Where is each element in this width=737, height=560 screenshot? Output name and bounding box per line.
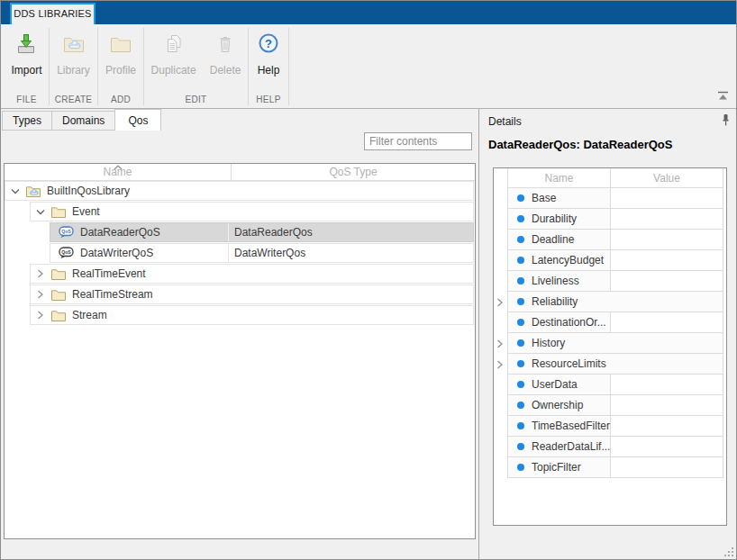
tree-item-type: DataWriterQos [228,244,473,262]
folder-icon [51,310,66,321]
ribbon-tab-dds-libraries[interactable]: DDS LIBRARIES [10,3,96,24]
policy-row-ownership[interactable]: Ownership [508,395,723,416]
svg-text:QoS: QoS [61,229,71,234]
pin-button[interactable] [722,113,730,130]
policy-value[interactable] [611,271,723,291]
import-button[interactable]: Import [11,24,41,95]
toolstrip-group-edit: Duplicate Delete [144,24,248,108]
policy-table-header: Name Value [508,168,723,188]
policy-row-destinationorder[interactable]: DestinationOr... [508,312,723,333]
profile-label: Profile [105,64,136,77]
policy-row-latencybudget[interactable]: LatencyBudget [508,250,723,271]
tree-item-label: Stream [72,309,107,321]
tree-table-header: Name QoS Type [5,164,475,181]
policy-row-liveliness[interactable]: Liveliness [508,271,723,292]
selected-item-title: DataReaderQos: DataReaderQoS [488,138,672,151]
chevron-down-icon[interactable] [35,208,46,216]
policy-value[interactable] [611,250,723,270]
chevron-right-icon[interactable] [496,297,504,310]
trash-icon [214,32,237,59]
folder-icon [51,289,66,301]
details-panel: Details DataReaderQos: DataReaderQoS Nam… [479,109,737,560]
policy-value[interactable] [611,209,723,229]
tree-row-event[interactable]: Event [30,202,474,221]
policy-value[interactable] [611,416,723,436]
policy-row-timebasedfilter[interactable]: TimeBasedFilter [508,416,723,437]
tree-row-builtinqoslibrary[interactable]: BuiltInQosLibrary [5,181,474,201]
collapse-toolstrip-button[interactable] [716,91,731,102]
help-button[interactable]: ? Help [257,24,280,95]
tree-row-realtimestream[interactable]: RealTimeStream [30,285,474,304]
details-panel-title: Details [488,115,522,128]
bullet-icon [517,422,524,429]
tab-domains[interactable]: Domains [51,111,115,131]
collapse-toolstrip-icon [716,91,730,104]
svg-text:?: ? [265,37,272,50]
chevron-right-icon[interactable] [35,290,46,299]
delete-label: Delete [210,64,241,77]
policy-value[interactable] [611,375,723,394]
resize-grip[interactable] [723,546,733,556]
group-label-add: ADD [98,95,143,108]
tree-row-realtimeevent[interactable]: RealTimeEvent [30,264,474,284]
bullet-icon [517,215,524,222]
policy-value[interactable] [611,230,723,249]
import-icon [14,32,38,59]
policy-value[interactable] [611,312,723,332]
filter-input[interactable] [364,132,472,150]
policy-row-resourcelimits[interactable]: ResourceLimits [508,354,723,375]
profile-button: Profile [105,24,136,95]
policy-value[interactable] [611,437,723,456]
dds-libraries-window: DDS LIBRARIES Import FILE [0,0,737,560]
qos-profile-icon: QoS [59,247,74,259]
toolstrip-group-help: ? Help HELP [249,24,288,108]
tab-qos[interactable]: Qos [114,109,161,131]
chevron-right-icon[interactable] [496,339,504,351]
policy-value[interactable] [611,457,723,477]
folder-icon [51,206,66,218]
duplicate-icon [162,32,186,59]
duplicate-label: Duplicate [151,64,196,77]
policy-row-readerdatalifecycle[interactable]: ReaderDataLif... [508,437,723,457]
folder-icon [109,32,132,59]
svg-text:QoS: QoS [61,249,71,255]
bullet-icon [517,339,524,347]
delete-button: Delete [210,24,241,95]
column-header-qos-type[interactable]: QoS Type [232,164,475,180]
policy-row-topicfilter[interactable]: TopicFilter [508,457,723,478]
duplicate-button: Duplicate [151,24,196,95]
group-label-file: FILE [5,95,49,108]
tree-row-stream[interactable]: Stream [30,305,474,325]
qos-tree-table: Name QoS Type BuiltInQosLibrary [4,163,476,539]
library-button: Library [57,24,90,95]
policy-column-name: Name [508,168,611,187]
tree-item-type: DataReaderQos [228,223,473,241]
chevron-right-icon[interactable] [35,311,46,320]
tree-item-label: Event [72,205,100,218]
bullet-icon [517,360,524,367]
policy-row-history[interactable]: History [508,333,723,354]
policy-row-reliability[interactable]: Reliability [508,292,723,312]
policy-row-durability[interactable]: Durability [508,209,723,230]
chevron-right-icon[interactable] [35,269,46,278]
tree-item-label: RealTimeStream [72,288,153,301]
policy-value[interactable] [611,395,723,415]
folder-icon [51,268,66,280]
policy-row-base[interactable]: Base [508,188,723,209]
column-header-name[interactable]: Name [5,164,232,180]
tree-row-datareaderqos[interactable]: QoS DataReaderQoS DataReaderQos [50,222,474,242]
tab-types[interactable]: Types [2,111,52,131]
policy-row-deadline[interactable]: Deadline [508,230,723,250]
toolstrip: Import FILE [1,24,736,109]
bullet-icon [517,194,524,202]
chevron-right-icon[interactable] [496,359,504,372]
bullet-icon [517,402,524,409]
bullet-icon [517,277,524,285]
sort-ascending-icon [114,158,123,176]
qos-profile-icon: QoS [59,226,74,239]
chevron-down-icon[interactable] [10,187,21,195]
tree-row-datawriterqos[interactable]: QoS DataWriterQoS DataWriterQos [50,243,474,263]
group-label-edit: EDIT [144,95,248,108]
policy-row-userdata[interactable]: UserData [508,375,723,395]
policy-value[interactable] [611,188,723,208]
